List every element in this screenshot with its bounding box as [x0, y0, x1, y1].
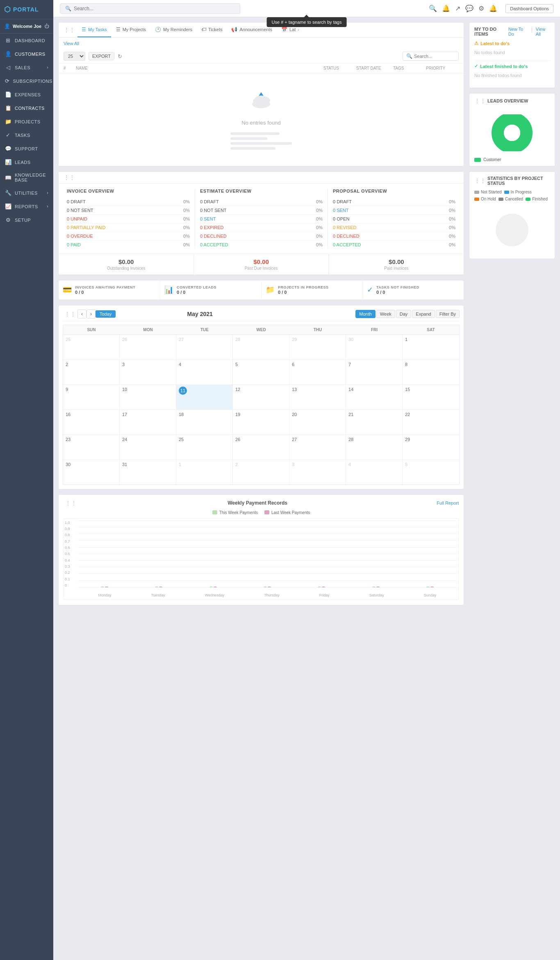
count-select[interactable]: 25 50 100 [64, 52, 85, 61]
sidebar-item-leads[interactable]: 📊 LEADS [0, 155, 53, 169]
search-bar[interactable]: 🔍 [60, 3, 240, 14]
cal-cell[interactable]: 9 [63, 385, 120, 409]
estimate-sent-label: 0 SENT [200, 216, 216, 221]
chat-icon[interactable]: 💬 [465, 5, 473, 12]
cal-cell[interactable]: 28 [346, 435, 403, 460]
cal-cell[interactable]: 6 [289, 360, 346, 384]
sidebar-item-expenses[interactable]: 📄 EXPENSES [0, 88, 53, 101]
tab-my-reminders[interactable]: 🕐 My Reminders [151, 23, 196, 37]
sidebar-item-tasks[interactable]: ✓ TASKS [0, 128, 53, 142]
tab-tickets[interactable]: 🏷 Tickets [197, 23, 226, 37]
cal-cell[interactable]: 15 [403, 385, 459, 409]
cal-cell[interactable]: 12 [233, 385, 289, 409]
cal-cell[interactable]: 25 [176, 435, 233, 460]
invoice-row-paid: 0 PAID 0% [67, 241, 190, 249]
cal-today-button[interactable]: Today [96, 310, 116, 318]
cal-cell[interactable]: 17 [120, 410, 176, 435]
cal-cell[interactable]: 19 [233, 410, 289, 435]
task-search-input[interactable] [414, 54, 455, 59]
search-topbar-icon[interactable]: 🔍 [429, 5, 437, 12]
sidebar-item-sales[interactable]: ◁ SALES › [0, 61, 53, 74]
drag-handle: ⋮⋮ [474, 177, 486, 184]
cal-cell[interactable]: 14 [346, 385, 403, 409]
sidebar-item-customers[interactable]: 👤 CUSTOMERS [0, 47, 53, 61]
export-button[interactable]: EXPORT [89, 52, 114, 60]
cal-cell[interactable]: 31 [120, 460, 176, 485]
cal-prev-button[interactable]: ‹ [77, 309, 87, 318]
cal-cell[interactable]: 13 [289, 385, 346, 409]
cal-cell[interactable]: 22 [403, 410, 459, 435]
cal-cell[interactable]: 2 [233, 460, 289, 485]
tasks-search[interactable]: 🔍 [403, 52, 459, 61]
cal-cell[interactable]: 1 [403, 335, 459, 359]
cal-cell[interactable]: 29 [289, 335, 346, 359]
share-icon[interactable]: ↗ [455, 5, 460, 12]
view-all-link[interactable]: View All [59, 38, 464, 49]
alert-icon[interactable]: 🔔 [489, 5, 497, 12]
refresh-button[interactable]: ↻ [118, 53, 122, 59]
cal-cell[interactable]: 3 [120, 360, 176, 384]
sidebar-item-knowledge-base[interactable]: 📖 KNOWLEDGE BASE [0, 169, 53, 186]
cal-cell[interactable]: 28 [233, 335, 289, 359]
full-report-link[interactable]: Full Report [437, 500, 459, 505]
cal-cell[interactable]: 29 [403, 435, 459, 460]
cal-cell[interactable]: 5 [233, 360, 289, 384]
cal-cell[interactable]: 16 [63, 410, 120, 435]
cal-cell[interactable]: 27 [289, 435, 346, 460]
topbar-icons: 🔍 🔔 ↗ 💬 ⚙ 🔔 Dashboard Options [429, 4, 553, 13]
cal-month-button[interactable]: Month [355, 310, 376, 318]
cal-cell[interactable]: 4 [346, 460, 403, 485]
cal-cell-today[interactable]: 11 [176, 385, 233, 409]
cal-cell[interactable]: 18 [176, 410, 233, 435]
cal-cell[interactable]: 30 [63, 460, 120, 485]
view-all-todo-link[interactable]: View All [536, 27, 550, 36]
sidebar-item-projects[interactable]: 📁 PROJECTS [0, 115, 53, 128]
new-todo-link[interactable]: New To Do [508, 27, 528, 36]
tab-my-projects[interactable]: ☰ My Projects [112, 23, 150, 37]
sidebar-item-reports[interactable]: 📈 REPORTS › [0, 200, 53, 213]
cal-next-button[interactable]: › [87, 309, 96, 318]
invoice-draft-label: 0 DRAFT [67, 199, 86, 204]
sidebar-item-contracts[interactable]: 📋 CONTRACTS [0, 101, 53, 115]
cal-cell[interactable]: 1 [176, 460, 233, 485]
cal-cell[interactable]: 5 [403, 460, 459, 485]
cal-cell[interactable]: 21 [346, 410, 403, 435]
dashboard-options-button[interactable]: Dashboard Options [505, 4, 553, 13]
cal-expand-button[interactable]: Expand [412, 310, 435, 318]
cal-cell[interactable]: 23 [63, 435, 120, 460]
power-icon[interactable]: ⏻ [44, 23, 49, 29]
sidebar-item-support[interactable]: 💬 SUPPORT [0, 142, 53, 155]
legend-color [474, 158, 481, 162]
cal-cell[interactable]: 20 [289, 410, 346, 435]
sidebar-item-dashboard[interactable]: ⊞ DASHBOARD [0, 34, 53, 47]
settings-icon[interactable]: ⚙ [478, 5, 484, 12]
cal-cell[interactable]: 25 [63, 335, 120, 359]
leads-card: ⋮⋮ Leads Overview Customer [469, 93, 555, 166]
cal-cell[interactable]: 24 [120, 435, 176, 460]
sidebar-item-setup[interactable]: ⚙ SETUP [0, 213, 53, 227]
sidebar-item-subscriptions[interactable]: ⟳ SUBSCRIPTIONS [0, 74, 53, 88]
cal-cell[interactable]: 26 [120, 335, 176, 359]
cal-cell[interactable]: 2 [63, 360, 120, 384]
search-input[interactable] [74, 6, 235, 11]
cal-cell[interactable]: 8 [403, 360, 459, 384]
cal-cell[interactable]: 30 [346, 335, 403, 359]
cal-cell[interactable]: 7 [346, 360, 403, 384]
left-panel: ⋮⋮ ☰ My Tasks ☰ My Projects 🕐 My Reminde… [58, 22, 464, 955]
notification-icon[interactable]: 🔔 [442, 5, 450, 12]
cal-cell[interactable]: 3 [289, 460, 346, 485]
stat-projects-progress: 📁 PROJECTS IN PROGRESS 0 / 0 [261, 280, 362, 300]
cal-day-button[interactable]: Day [396, 310, 412, 318]
chart-col-mon [78, 521, 131, 587]
y-label-08: 0.8 [65, 533, 70, 537]
cal-week-button[interactable]: Week [376, 310, 395, 318]
cal-filter-button[interactable]: Filter By [436, 310, 460, 318]
empty-line-4 [230, 147, 275, 150]
cal-view-buttons: Month Week Day Expand Filter By [355, 310, 460, 318]
cal-cell[interactable]: 26 [233, 435, 289, 460]
cal-cell[interactable]: 10 [120, 385, 176, 409]
sidebar-item-utilities[interactable]: 🔧 UTILITIES › [0, 186, 53, 200]
tab-my-tasks[interactable]: ☰ My Tasks [77, 23, 111, 37]
cal-cell[interactable]: 27 [176, 335, 233, 359]
cal-cell[interactable]: 4 [176, 360, 233, 384]
